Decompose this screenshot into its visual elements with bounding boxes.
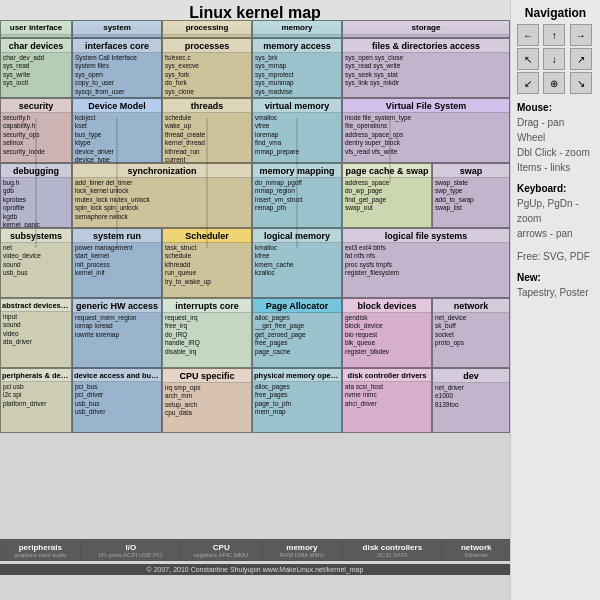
nav-btn-up[interactable]: ↑ (543, 24, 565, 46)
subsec-debugging[interactable]: debugging bug.hgdbkprobesoprofilekgdbker… (0, 163, 72, 228)
subsec-logical-memory[interactable]: logical memory kmallockfreekmem_cachekza… (252, 228, 342, 298)
subsec-logical-filesystems[interactable]: logical file systems ext3 ext4 btrfsfat … (342, 228, 510, 298)
subsec-block-devices[interactable]: block devices gendiskblock_devicebio req… (342, 298, 432, 368)
bb-cpu: CPU registers APIC MMU (181, 539, 262, 561)
bb-memory-hw: memory RAM DMA MMU (262, 539, 343, 561)
nav-btn-upleft[interactable]: ↖ (517, 48, 539, 70)
map-area[interactable]: Linux kernel map user interface system p… (0, 0, 510, 600)
section-system: system (72, 20, 162, 38)
subsec-virtual-file-system[interactable]: Virtual File System inode file_system_ty… (342, 98, 510, 163)
nav-btn-left[interactable]: ← (517, 24, 539, 46)
nav-keyboard-section: Keyboard: PgUp, PgDn - zoom arrows - pan (517, 181, 594, 241)
subsec-disk-controller[interactable]: disk controller drivers ata scsi_hostnvm… (342, 368, 432, 433)
section-processing: processing (162, 20, 252, 38)
subsec-interrupts-core[interactable]: interrupts core request_irqfree_irqdo_IR… (162, 298, 252, 368)
subsec-physical-memory[interactable]: physical memory operations alloc_pagesfr… (252, 368, 342, 433)
kernel-map[interactable]: user interface system processing memory … (0, 20, 510, 575)
subsec-device-model[interactable]: Device Model kobjectksetbus_typektypedev… (72, 98, 162, 163)
nav-grid: ← ↑ → ↖ ↓ ↗ ↙ ⊕ ↘ (517, 24, 594, 94)
subsec-memory-access[interactable]: memory access sys_brksys_mmapsys_mprotec… (252, 38, 342, 98)
subsec-abstract-devices[interactable]: abstract devices & class drivers inputso… (0, 298, 72, 368)
subsec-system-run[interactable]: system run power managementstart_kerneli… (72, 228, 162, 298)
subsec-synchronization[interactable]: synchronization add_timer del_timerlock_… (72, 163, 252, 228)
subsec-subsystems[interactable]: subsystems netvideo_devicesoundusb_bus (0, 228, 72, 298)
subsec-dev-drivers[interactable]: dev net_drivere10008139too (432, 368, 510, 433)
subsec-memory-mapping[interactable]: memory mapping do_mmap_pgoffmmap_regioni… (252, 163, 342, 228)
bb-peripherals: peripherals graphics card audio (0, 539, 81, 561)
subsec-char-devices[interactable]: char devices char_dev_addsys_readsys_wri… (0, 38, 72, 98)
nav-btn-down[interactable]: ↓ (543, 48, 565, 70)
bottom-hardware-bar: peripherals graphics card audio I/O I/O … (0, 539, 510, 561)
bb-io: I/O I/O ports ACPI USB PCI (81, 539, 181, 561)
subsec-generic-hw[interactable]: generic HW access request_mem_regionioma… (72, 298, 162, 368)
subsec-device-access[interactable]: device access and bus drivers pci_buspci… (72, 368, 162, 433)
nav-mouse-section: Mouse: Drag - pan Wheel Dbl Click - zoom… (517, 100, 594, 175)
nav-title: Navigation (517, 6, 594, 20)
nav-btn-right[interactable]: → (570, 24, 592, 46)
subsec-interfaces-core[interactable]: interfaces core System Call Interfacesys… (72, 38, 162, 98)
nav-btn-upright[interactable]: ↗ (570, 48, 592, 70)
subsec-swap[interactable]: swap swap_stateswp_typeadd_to_swapswap_l… (432, 163, 510, 228)
subsec-threads[interactable]: threads schedulewake_upthread_createkern… (162, 98, 252, 163)
section-storage: storage (342, 20, 510, 38)
subsec-page-cache[interactable]: page cache & swap address_spacedo_wp_pag… (342, 163, 432, 228)
subsec-page-allocator[interactable]: Page Allocator alloc_pages__get_free_pag… (252, 298, 342, 368)
subsec-peripherals-drivers[interactable]: peripherals & device drivers pci usbi2c … (0, 368, 72, 433)
subsec-scheduler[interactable]: Scheduler task_structschedulekthreaddrun… (162, 228, 252, 298)
bb-network-hw: network Ethernet (442, 539, 510, 561)
section-user-interface: user interface (0, 20, 72, 38)
nav-btn-downleft[interactable]: ↙ (517, 72, 539, 94)
subsec-files-directories[interactable]: files & directories access sys_open sys_… (342, 38, 510, 98)
section-memory: memory (252, 20, 342, 38)
main-container: Linux kernel map user interface system p… (0, 0, 600, 600)
subsec-virtual-memory[interactable]: virtual memory vmallocvfreeioremapfind_v… (252, 98, 342, 163)
subsec-cpu-specific[interactable]: CPU specific irq smp_opsarch_mmsetup_arc… (162, 368, 252, 433)
subsec-processes[interactable]: processes fs/exec.csys_execvesys_forkdo_… (162, 38, 252, 98)
nav-new-section: New: Tapestry, Poster (517, 270, 594, 300)
nav-btn-downright[interactable]: ↘ (570, 72, 592, 94)
copyright: © 2007, 2010 Constantine Shulyupin www.M… (0, 564, 510, 575)
nav-panel: Navigation ← ↑ → ↖ ↓ ↗ ↙ ⊕ ↘ Mouse: Drag… (510, 0, 600, 600)
subsec-network[interactable]: network net_devicesk_buffsocketproto_ops (432, 298, 510, 368)
nav-free-section: Free: SVG, PDF (517, 249, 594, 264)
subsec-security[interactable]: security security.hcapability.hsecurity_… (0, 98, 72, 163)
nav-btn-center[interactable]: ⊕ (543, 72, 565, 94)
bb-disk-controllers: disk controllers SCSI SATA (342, 539, 442, 561)
